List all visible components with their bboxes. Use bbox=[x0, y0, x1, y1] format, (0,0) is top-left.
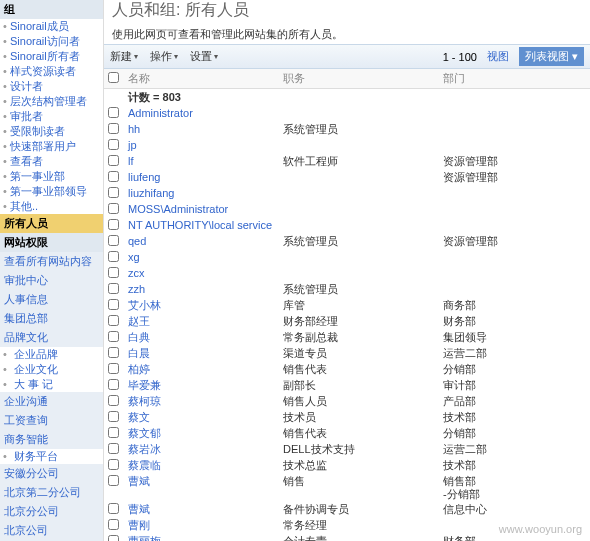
cell-name[interactable]: 曹斌 bbox=[124, 474, 279, 502]
row-checkbox[interactable] bbox=[108, 363, 119, 374]
row-checkbox[interactable] bbox=[108, 203, 119, 214]
row-checkbox[interactable] bbox=[108, 331, 119, 342]
table-row[interactable]: liuzhifang bbox=[104, 186, 590, 202]
table-row[interactable]: 曹丽梅会计专责财务部 bbox=[104, 534, 590, 541]
row-checkbox[interactable] bbox=[108, 475, 119, 486]
cell-name[interactable]: 赵王 bbox=[124, 314, 279, 330]
sidebar-item[interactable]: 受限制读者 bbox=[0, 124, 103, 139]
toolbar-new[interactable]: 新建▾ bbox=[110, 49, 138, 64]
sidebar-item[interactable]: 查看所有网站内容 bbox=[0, 252, 103, 271]
sidebar-item[interactable]: 样式资源读者 bbox=[0, 64, 103, 79]
col-dept[interactable]: 部门 bbox=[439, 69, 590, 89]
sidebar-item[interactable]: 人事信息 bbox=[0, 290, 103, 309]
row-checkbox[interactable] bbox=[108, 283, 119, 294]
table-row[interactable]: 蔡震临技术总监技术部 bbox=[104, 458, 590, 474]
row-checkbox[interactable] bbox=[108, 347, 119, 358]
sidebar-item[interactable]: 审批中心 bbox=[0, 271, 103, 290]
cell-name[interactable]: liufeng bbox=[124, 170, 279, 186]
row-checkbox[interactable] bbox=[108, 459, 119, 470]
cell-name[interactable]: hh bbox=[124, 122, 279, 138]
toolbar-view[interactable]: 视图 bbox=[487, 49, 509, 64]
cell-name[interactable]: 白晨 bbox=[124, 346, 279, 362]
table-row[interactable]: zcx bbox=[104, 266, 590, 282]
table-row[interactable]: MOSS\Administrator bbox=[104, 202, 590, 218]
row-checkbox[interactable] bbox=[108, 219, 119, 230]
row-checkbox[interactable] bbox=[108, 519, 119, 530]
row-checkbox[interactable] bbox=[108, 427, 119, 438]
sidebar-item[interactable]: 安徽分公司 bbox=[0, 464, 103, 483]
row-checkbox[interactable] bbox=[108, 107, 119, 118]
table-row[interactable]: zzh系统管理员 bbox=[104, 282, 590, 298]
row-checkbox[interactable] bbox=[108, 299, 119, 310]
col-job[interactable]: 职务 bbox=[279, 69, 439, 89]
sidebar-item[interactable]: 企业沟通 bbox=[0, 392, 103, 411]
sidebar-item[interactable]: 商务智能 bbox=[0, 430, 103, 449]
sidebar-item[interactable]: 北京第二分公司 bbox=[0, 483, 103, 502]
col-name[interactable]: 名称 bbox=[124, 69, 279, 89]
table-row[interactable]: xg bbox=[104, 250, 590, 266]
sidebar-item[interactable]: 查看者 bbox=[0, 154, 103, 169]
row-checkbox[interactable] bbox=[108, 267, 119, 278]
row-checkbox[interactable] bbox=[108, 411, 119, 422]
table-row[interactable]: lf软件工程师资源管理部 bbox=[104, 154, 590, 170]
toolbar-ops[interactable]: 操作▾ bbox=[150, 49, 178, 64]
cell-name[interactable]: 曹丽梅 bbox=[124, 534, 279, 541]
row-checkbox[interactable] bbox=[108, 315, 119, 326]
sidebar-item[interactable]: Sinorail访问者 bbox=[0, 34, 103, 49]
row-checkbox[interactable] bbox=[108, 123, 119, 134]
table-row[interactable]: Administrator bbox=[104, 106, 590, 122]
cell-name[interactable]: zzh bbox=[124, 282, 279, 298]
table-row[interactable]: 蔡文技术员技术部 bbox=[104, 410, 590, 426]
sidebar-item[interactable]: Sinorail所有者 bbox=[0, 49, 103, 64]
sidebar-item[interactable]: 北京公司 bbox=[0, 521, 103, 540]
sidebar-item[interactable]: 第一事业部 bbox=[0, 169, 103, 184]
table-row[interactable]: 曹斌备件协调专员信息中心 bbox=[104, 502, 590, 518]
table-row[interactable]: qed系统管理员资源管理部 bbox=[104, 234, 590, 250]
cell-name[interactable]: lf bbox=[124, 154, 279, 170]
row-checkbox[interactable] bbox=[108, 251, 119, 262]
cell-name[interactable]: 艾小林 bbox=[124, 298, 279, 314]
sidebar-item[interactable]: 工资查询 bbox=[0, 411, 103, 430]
cell-name[interactable]: 蔡文郁 bbox=[124, 426, 279, 442]
table-row[interactable]: hh系统管理员 bbox=[104, 122, 590, 138]
cell-name[interactable]: liuzhifang bbox=[124, 186, 279, 202]
row-checkbox[interactable] bbox=[108, 443, 119, 454]
sidebar-item[interactable]: 大 事 记 bbox=[0, 377, 103, 392]
sidebar-item[interactable]: 设计者 bbox=[0, 79, 103, 94]
cell-name[interactable]: 蔡柯琼 bbox=[124, 394, 279, 410]
cell-name[interactable]: 毕爱兼 bbox=[124, 378, 279, 394]
cell-name[interactable]: 白典 bbox=[124, 330, 279, 346]
table-row[interactable]: NT AUTHORITY\local service bbox=[104, 218, 590, 234]
table-row[interactable]: 蔡岩冰DELL技术支持运营二部 bbox=[104, 442, 590, 458]
cell-name[interactable]: 曹斌 bbox=[124, 502, 279, 518]
table-row[interactable]: 毕爱兼副部长审计部 bbox=[104, 378, 590, 394]
sidebar-item[interactable]: 品牌文化 bbox=[0, 328, 103, 347]
cell-name[interactable]: jp bbox=[124, 138, 279, 154]
toolbar-list-view[interactable]: 列表视图 ▾ bbox=[519, 47, 584, 66]
row-checkbox[interactable] bbox=[108, 379, 119, 390]
cell-name[interactable]: xg bbox=[124, 250, 279, 266]
table-row[interactable]: 蔡柯琼销售人员产品部 bbox=[104, 394, 590, 410]
table-row[interactable]: 蔡文郁销售代表分销部 bbox=[104, 426, 590, 442]
cell-name[interactable]: MOSS\Administrator bbox=[124, 202, 279, 218]
row-checkbox[interactable] bbox=[108, 139, 119, 150]
cell-name[interactable]: Administrator bbox=[124, 106, 279, 122]
sidebar-site-perm[interactable]: 网站权限 bbox=[0, 233, 103, 252]
table-row[interactable]: 曹刚常务经理 bbox=[104, 518, 590, 534]
table-row[interactable]: 柏婷销售代表分销部 bbox=[104, 362, 590, 378]
sidebar-item[interactable]: 北京分公司 bbox=[0, 502, 103, 521]
sidebar-item[interactable]: 审批者 bbox=[0, 109, 103, 124]
row-checkbox[interactable] bbox=[108, 503, 119, 514]
sidebar-all-people[interactable]: 所有人员 bbox=[0, 214, 103, 233]
sidebar-item[interactable]: 快速部署用户 bbox=[0, 139, 103, 154]
table-row[interactable]: 白晨渠道专员运营二部 bbox=[104, 346, 590, 362]
sidebar-item[interactable]: 层次结构管理者 bbox=[0, 94, 103, 109]
cell-name[interactable]: 柏婷 bbox=[124, 362, 279, 378]
row-checkbox[interactable] bbox=[108, 395, 119, 406]
toolbar-settings[interactable]: 设置▾ bbox=[190, 49, 218, 64]
sidebar-item[interactable]: 其他.. bbox=[0, 199, 103, 214]
sidebar-item[interactable]: 财务平台 bbox=[0, 449, 103, 464]
sidebar-item[interactable]: 企业文化 bbox=[0, 362, 103, 377]
table-row[interactable]: 艾小林库管商务部 bbox=[104, 298, 590, 314]
cell-name[interactable]: 蔡岩冰 bbox=[124, 442, 279, 458]
